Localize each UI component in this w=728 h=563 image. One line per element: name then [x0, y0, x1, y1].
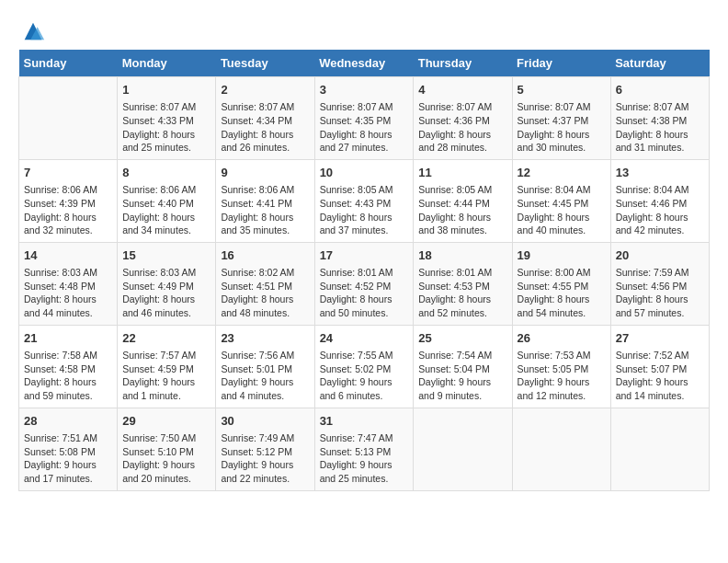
day-info: Sunrise: 8:06 AM Sunset: 4:41 PM Dayligh…: [221, 183, 309, 237]
day-info: Sunrise: 8:06 AM Sunset: 4:39 PM Dayligh…: [24, 183, 112, 237]
calendar-cell: 25Sunrise: 7:54 AM Sunset: 5:04 PM Dayli…: [414, 325, 512, 408]
calendar-cell: 27Sunrise: 7:52 AM Sunset: 5:07 PM Dayli…: [610, 325, 709, 408]
day-number: 15: [122, 247, 210, 264]
day-number: 17: [320, 247, 409, 264]
calendar-cell: [610, 408, 709, 490]
day-number: 31: [320, 413, 409, 430]
day-number: 23: [221, 330, 309, 347]
week-row-4: 21Sunrise: 7:58 AM Sunset: 4:58 PM Dayli…: [19, 325, 710, 408]
day-number: 29: [122, 413, 210, 430]
calendar-cell: 15Sunrise: 8:03 AM Sunset: 4:49 PM Dayli…: [118, 242, 216, 325]
column-header-sunday: Sunday: [19, 50, 118, 77]
day-info: Sunrise: 8:04 AM Sunset: 4:46 PM Dayligh…: [616, 183, 704, 237]
week-row-1: 1Sunrise: 8:07 AM Sunset: 4:33 PM Daylig…: [19, 77, 710, 160]
calendar-cell: 20Sunrise: 7:59 AM Sunset: 4:56 PM Dayli…: [610, 242, 709, 325]
calendar-cell: [512, 408, 610, 490]
calendar-cell: 9Sunrise: 8:06 AM Sunset: 4:41 PM Daylig…: [216, 159, 314, 242]
week-row-2: 7Sunrise: 8:06 AM Sunset: 4:39 PM Daylig…: [19, 159, 710, 242]
day-info: Sunrise: 8:03 AM Sunset: 4:48 PM Dayligh…: [24, 266, 112, 320]
calendar-cell: [19, 77, 118, 160]
column-header-monday: Monday: [118, 50, 216, 77]
day-info: Sunrise: 8:07 AM Sunset: 4:36 PM Dayligh…: [418, 100, 506, 155]
column-header-tuesday: Tuesday: [216, 50, 314, 77]
calendar-cell: 14Sunrise: 8:03 AM Sunset: 4:48 PM Dayli…: [19, 242, 118, 325]
page-header: [18, 18, 710, 40]
calendar-cell: 19Sunrise: 8:00 AM Sunset: 4:55 PM Dayli…: [512, 242, 610, 325]
day-info: Sunrise: 8:07 AM Sunset: 4:35 PM Dayligh…: [320, 100, 409, 155]
calendar-cell: 13Sunrise: 8:04 AM Sunset: 4:46 PM Dayli…: [610, 159, 709, 242]
day-info: Sunrise: 7:57 AM Sunset: 4:59 PM Dayligh…: [122, 349, 210, 403]
week-row-5: 28Sunrise: 7:51 AM Sunset: 5:08 PM Dayli…: [19, 408, 710, 490]
day-number: 30: [221, 413, 309, 430]
day-info: Sunrise: 8:04 AM Sunset: 4:45 PM Dayligh…: [518, 183, 606, 237]
calendar-cell: 3Sunrise: 8:07 AM Sunset: 4:35 PM Daylig…: [314, 77, 414, 160]
day-number: 7: [24, 165, 112, 181]
day-info: Sunrise: 8:07 AM Sunset: 4:33 PM Dayligh…: [122, 100, 210, 155]
day-info: Sunrise: 7:49 AM Sunset: 5:12 PM Dayligh…: [221, 431, 309, 486]
day-info: Sunrise: 8:00 AM Sunset: 4:55 PM Dayligh…: [518, 266, 606, 320]
calendar-body: 1Sunrise: 8:07 AM Sunset: 4:33 PM Daylig…: [19, 77, 710, 491]
calendar-cell: 1Sunrise: 8:07 AM Sunset: 4:33 PM Daylig…: [118, 77, 216, 160]
column-header-saturday: Saturday: [610, 50, 709, 77]
day-info: Sunrise: 7:52 AM Sunset: 5:07 PM Dayligh…: [616, 349, 704, 403]
column-header-friday: Friday: [512, 50, 610, 77]
day-number: 21: [24, 330, 112, 347]
day-info: Sunrise: 8:01 AM Sunset: 4:52 PM Dayligh…: [320, 266, 409, 320]
day-number: 20: [616, 247, 704, 264]
column-header-wednesday: Wednesday: [314, 50, 414, 77]
calendar-cell: 23Sunrise: 7:56 AM Sunset: 5:01 PM Dayli…: [216, 325, 314, 408]
calendar-cell: 17Sunrise: 8:01 AM Sunset: 4:52 PM Dayli…: [314, 242, 414, 325]
day-info: Sunrise: 8:05 AM Sunset: 4:43 PM Dayligh…: [320, 183, 409, 237]
calendar-cell: 11Sunrise: 8:05 AM Sunset: 4:44 PM Dayli…: [414, 159, 512, 242]
calendar-cell: 26Sunrise: 7:53 AM Sunset: 5:05 PM Dayli…: [512, 325, 610, 408]
calendar-cell: 21Sunrise: 7:58 AM Sunset: 4:58 PM Dayli…: [19, 325, 118, 408]
day-info: Sunrise: 7:47 AM Sunset: 5:13 PM Dayligh…: [320, 431, 409, 486]
day-number: 2: [221, 82, 309, 98]
calendar-cell: 18Sunrise: 8:01 AM Sunset: 4:53 PM Dayli…: [414, 242, 512, 325]
day-number: 12: [518, 165, 606, 181]
calendar-cell: 7Sunrise: 8:06 AM Sunset: 4:39 PM Daylig…: [19, 159, 118, 242]
day-info: Sunrise: 8:01 AM Sunset: 4:53 PM Dayligh…: [418, 266, 506, 320]
calendar-cell: 24Sunrise: 7:55 AM Sunset: 5:02 PM Dayli…: [314, 325, 414, 408]
day-number: 28: [24, 413, 112, 430]
day-info: Sunrise: 7:53 AM Sunset: 5:05 PM Dayligh…: [518, 349, 606, 403]
week-row-3: 14Sunrise: 8:03 AM Sunset: 4:48 PM Dayli…: [19, 242, 710, 325]
logo: [18, 18, 46, 40]
day-info: Sunrise: 8:07 AM Sunset: 4:38 PM Dayligh…: [616, 100, 704, 155]
calendar-cell: 10Sunrise: 8:05 AM Sunset: 4:43 PM Dayli…: [314, 159, 414, 242]
day-number: 25: [418, 330, 506, 347]
day-info: Sunrise: 7:55 AM Sunset: 5:02 PM Dayligh…: [320, 349, 409, 403]
day-number: 5: [518, 82, 606, 98]
day-number: 24: [320, 330, 409, 347]
calendar-cell: 2Sunrise: 8:07 AM Sunset: 4:34 PM Daylig…: [216, 77, 314, 160]
day-number: 6: [616, 82, 704, 98]
day-number: 10: [320, 165, 409, 181]
calendar-cell: 5Sunrise: 8:07 AM Sunset: 4:37 PM Daylig…: [512, 77, 610, 160]
calendar-header-row: SundayMondayTuesdayWednesdayThursdayFrid…: [19, 50, 710, 77]
day-info: Sunrise: 8:03 AM Sunset: 4:49 PM Dayligh…: [122, 266, 210, 320]
logo-icon: [20, 18, 46, 44]
column-header-thursday: Thursday: [414, 50, 512, 77]
calendar-cell: 30Sunrise: 7:49 AM Sunset: 5:12 PM Dayli…: [216, 408, 314, 490]
day-number: 8: [122, 165, 210, 181]
day-info: Sunrise: 7:54 AM Sunset: 5:04 PM Dayligh…: [418, 349, 506, 403]
day-number: 18: [418, 247, 506, 264]
day-number: 14: [24, 247, 112, 264]
day-number: 19: [518, 247, 606, 264]
day-number: 22: [122, 330, 210, 347]
day-number: 9: [221, 165, 309, 181]
day-info: Sunrise: 7:50 AM Sunset: 5:10 PM Dayligh…: [122, 431, 210, 486]
day-info: Sunrise: 7:51 AM Sunset: 5:08 PM Dayligh…: [24, 431, 112, 486]
calendar-cell: 12Sunrise: 8:04 AM Sunset: 4:45 PM Dayli…: [512, 159, 610, 242]
calendar-cell: 6Sunrise: 8:07 AM Sunset: 4:38 PM Daylig…: [610, 77, 709, 160]
day-number: 11: [418, 165, 506, 181]
day-number: 16: [221, 247, 309, 264]
day-info: Sunrise: 8:07 AM Sunset: 4:34 PM Dayligh…: [221, 100, 309, 155]
day-info: Sunrise: 7:56 AM Sunset: 5:01 PM Dayligh…: [221, 349, 309, 403]
day-info: Sunrise: 7:59 AM Sunset: 4:56 PM Dayligh…: [616, 266, 704, 320]
day-info: Sunrise: 8:05 AM Sunset: 4:44 PM Dayligh…: [418, 183, 506, 237]
day-number: 13: [616, 165, 704, 181]
calendar-cell: 28Sunrise: 7:51 AM Sunset: 5:08 PM Dayli…: [19, 408, 118, 490]
calendar-cell: 22Sunrise: 7:57 AM Sunset: 4:59 PM Dayli…: [118, 325, 216, 408]
day-info: Sunrise: 8:07 AM Sunset: 4:37 PM Dayligh…: [518, 100, 606, 155]
